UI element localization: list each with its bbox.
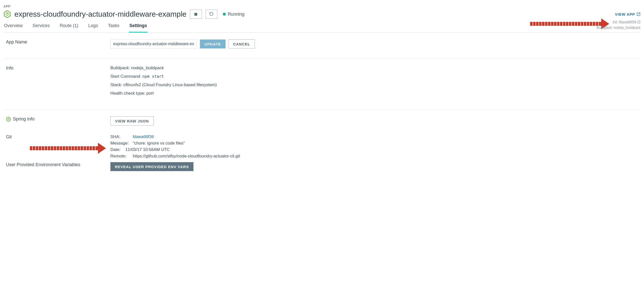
view-raw-json-button[interactable]: VIEW RAW JSON [110,117,154,125]
stop-button[interactable] [190,10,202,19]
info-label: Info [6,66,110,99]
external-link-icon [636,12,640,16]
header-meta-right: Git: fdaea68f36 Buildpack: nodejs_buildp… [596,19,640,30]
section-spring-info: Spring Info VIEW RAW JSON [4,110,640,128]
spring-info-label: Spring Info [13,117,34,122]
restart-button[interactable] [206,10,217,19]
section-env-vars: User Provided Environment Variables REVE… [4,162,640,176]
reveal-env-vars-button[interactable]: REVEAL USER PROVIDED ENV VARS [110,162,194,171]
tab-settings[interactable]: Settings [129,22,148,32]
tab-overview[interactable]: Overview [4,22,23,32]
git-sha-link[interactable]: fdaea68f36 [133,134,154,139]
section-app-name: App Name UPDATE CANCEL [4,32,640,59]
git-hash-link[interactable]: Git: fdaea68f36 [596,19,640,25]
app-title: express-cloudfoundry-actuator-middleware… [14,10,186,18]
status-indicator: Running [223,12,244,17]
status-text: Running [228,12,244,17]
info-stack: Stack: cflinuxfs2 (Cloud Foundry Linux-b… [110,82,638,87]
tab-route[interactable]: Route (1) [59,22,79,32]
git-date-row: Date: 11/03/17 10:58AM UTC [110,147,638,152]
git-label: Git [6,134,12,139]
external-link-icon [637,20,640,24]
tab-services[interactable]: Services [32,22,50,32]
annotation-arrow-git [30,143,106,154]
buildpack-meta: Buildpack: nodejs_buildpack [596,25,640,30]
tab-logs[interactable]: Logs [88,22,98,32]
git-sha-row: SHA: fdaea68f36 [110,134,638,139]
env-vars-label: User Provided Environment Variables [6,162,110,167]
status-dot-icon [223,13,226,16]
app-name-input[interactable] [110,39,197,48]
stop-icon [194,13,197,16]
spring-logo-icon [6,117,11,122]
spring-logo-icon [4,10,11,18]
git-message-row: Message: "chore: ignore vs code files" [110,141,638,146]
info-health: Health check type: port [110,91,638,96]
refresh-icon [209,12,214,17]
view-app-label: VIEW APP [615,12,635,16]
tab-tasks[interactable]: Tasks [108,22,120,32]
app-name-label: App Name [6,39,110,48]
cancel-button[interactable]: CANCEL [228,39,255,48]
git-remote-row: Remote: https://github.com/stfsy/node-cl… [110,154,638,159]
update-button[interactable]: UPDATE [200,39,226,48]
view-app-link[interactable]: VIEW APP [615,12,640,16]
section-info: Info Buildpack: nodejs_buildpack Start C… [4,59,640,110]
section-git: Git SHA: fdaea68f36 Message: "chore: ign… [4,128,640,162]
info-start-command: Start Command: npm start [110,74,638,79]
info-buildpack: Buildpack: nodejs_buildpack [110,66,638,71]
eyebrow-label: APP [4,4,640,8]
header-row: express-cloudfoundry-actuator-middleware… [4,10,640,19]
